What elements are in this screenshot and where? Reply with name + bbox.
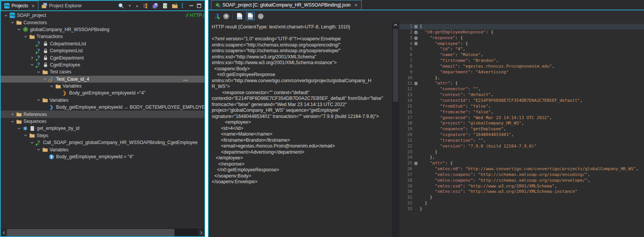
- chevron-down-icon[interactable]: [29, 63, 35, 66]
- xml-result-line: <department>Advertising</department>: [212, 149, 391, 156]
- scrollbar-thumb[interactable]: [7, 229, 174, 236]
- tree-item-cgetemployee[interactable]: ?CgetEmployee: [1, 61, 204, 68]
- import-project-icon[interactable]: [172, 3, 178, 8]
- line-number: 32: [399, 201, 412, 206]
- scroll-right-icon[interactable]: [198, 229, 204, 236]
- fold-marker-icon[interactable]: [412, 162, 420, 165]
- tree-item-test-case-id-4[interactable]: ?Test_Case_id_4...: [1, 76, 204, 83]
- project-comment: // HTTP (: [186, 13, 204, 18]
- tree-item-transactions[interactable]: Transactions: [1, 33, 204, 40]
- tab-projects[interactable]: Projects ✕: [1, 1, 38, 10]
- chevron-down-icon[interactable]: [42, 77, 48, 81]
- minimize-icon[interactable]: [189, 3, 194, 8]
- close-icon[interactable]: ✕: [355, 3, 358, 7]
- tree-item-cgetdepartment[interactable]: ?CgetDepartment: [1, 54, 204, 61]
- tree-item-body-getemployee-employeeid-4[interactable]: ❯Body_getEmployee_employeeId = "4": [1, 153, 204, 160]
- xml-result-line: [212, 30, 391, 36]
- tree-item-cemployeeslist[interactable]: ?CemployeesList: [1, 47, 204, 54]
- tree-item-soap-project[interactable]: SOAP_project// HTTP (: [1, 12, 204, 19]
- json-view-icon[interactable]: JSON: [246, 12, 254, 20]
- tree-item-cdepartmentslist[interactable]: ?CdepartmentsList: [1, 40, 204, 47]
- editor-tab[interactable]: ✱ SOAP_project [C: globalCompany_HR_WSSO…: [211, 0, 362, 10]
- close-icon[interactable]: ✕: [32, 4, 35, 8]
- tree-item-label: Steps: [37, 133, 48, 138]
- chevron-down-icon[interactable]: [16, 127, 22, 130]
- xml-result-line: <n0:getEmployeeResponse: [212, 72, 391, 78]
- chevron-right-icon[interactable]: [29, 56, 35, 60]
- xml-result-line: </soapenv:Envelope>: [212, 179, 391, 185]
- collapse-up-icon[interactable]: ▲: [135, 4, 139, 8]
- tree-item-variables[interactable]: Variables: [1, 146, 204, 153]
- refresh-icon[interactable]: [162, 3, 168, 9]
- json-line: 26 "xmlns:n0": "http://www.convertigo.co…: [399, 166, 644, 172]
- execute-icon[interactable]: 3: [213, 13, 220, 20]
- tree-item-globalcompany-hr-wssoapbinding[interactable]: globalCompany_HR_WSSOAPBinding: [1, 26, 204, 33]
- tree-item-label: CgetDepartment: [50, 55, 84, 61]
- chevron-down-icon[interactable]: [16, 28, 22, 31]
- scrollbar-track: [174, 229, 198, 236]
- xml-result-line: contextId="E214F9F6D98E7CF354DB7D0A2C7EB…: [212, 96, 391, 102]
- json-line: 28 "xmlns:soapenv": "http://schemas.xmls…: [399, 178, 644, 184]
- tab-project-explorer-label: Project Explorer: [49, 3, 82, 8]
- search-icon[interactable]: [118, 3, 124, 9]
- json-line: 11 "attr": {: [399, 81, 644, 86]
- scrollbar-thumb[interactable]: [393, 29, 398, 102]
- save-all-icon[interactable]: [152, 3, 158, 9]
- tree-item-references[interactable]: References: [1, 111, 204, 118]
- horizontal-scrollbar[interactable]: [1, 229, 204, 236]
- chevron-down-icon[interactable]: [3, 14, 9, 17]
- tree-item-body-getemployee-employeeid-4[interactable]: ❯Body_getEmployee_employeeId ="4": [1, 89, 204, 96]
- fold-marker-icon[interactable]: [412, 82, 420, 85]
- tree-item-label: References: [23, 112, 47, 117]
- line-number: 2: [399, 30, 412, 35]
- chevron-down-icon[interactable]: [23, 134, 28, 137]
- tree-item-steps[interactable]: Steps: [1, 132, 204, 139]
- tree-item-call-soap-project-globalcompany-hr-wssoapbinding-cgetemployee[interactable]: ?Call_SOAP_project_globalCompany_HR_WSSO…: [1, 139, 204, 146]
- chevron-down-icon[interactable]: [10, 120, 15, 123]
- save-response-icon[interactable]: ↓: [258, 13, 264, 19]
- tree-item-connectors[interactable]: Connectors: [1, 19, 204, 26]
- fold-marker-icon[interactable]: [412, 42, 420, 45]
- xml-view-icon[interactable]: xml: [236, 13, 243, 20]
- folder-icon: [15, 20, 22, 26]
- chevron-down-icon[interactable]: [10, 21, 15, 24]
- tree-item-test-cases[interactable]: Test cases: [1, 68, 204, 75]
- tree-item-body-getemployee-employeeid-body-getemployee-employeeid[interactable]: ❯Body_getEmployee_employeeId → BODY_GETE…: [1, 104, 204, 111]
- json-line: 12 "connector": "",: [399, 86, 644, 92]
- tree-item-variables[interactable]: Variables: [1, 97, 204, 104]
- xml-result-line: <id>4</id>: [212, 126, 391, 132]
- json-code: "department": "Advertising": [420, 70, 509, 75]
- scroll-up-icon[interactable]: [392, 22, 399, 28]
- view-menu-icon[interactable]: [182, 3, 183, 8]
- maximize-icon[interactable]: [197, 3, 201, 8]
- chevron-down-icon[interactable]: [23, 35, 28, 38]
- stop-icon[interactable]: ✕: [223, 13, 229, 19]
- tree-item-get-employee-by-id[interactable]: ✱get_employee_by_id: [1, 125, 204, 132]
- chevron-down-icon[interactable]: [49, 85, 55, 88]
- line-number: 11: [399, 81, 412, 86]
- tree-item-variables[interactable]: Variables: [1, 83, 204, 89]
- tab-project-explorer[interactable]: Project Explorer: [38, 1, 85, 10]
- json-code: "xmlns:soapenc": "http://schemas.xmlsoap…: [420, 172, 590, 178]
- tree-item-label: SOAP_project: [17, 13, 46, 18]
- chevron-down-icon[interactable]: [36, 70, 41, 74]
- vertical-scrollbar[interactable]: [392, 22, 399, 237]
- line-number: 9: [399, 70, 412, 75]
- fold-marker-icon[interactable]: [412, 25, 420, 28]
- chevron-down-icon[interactable]: [36, 98, 41, 102]
- collapse-down-icon[interactable]: ▼: [128, 4, 131, 8]
- fold-marker-icon[interactable]: [412, 31, 420, 34]
- json-code: "xmlns:xsd": "http://www.w3.org/2001/XML…: [420, 184, 557, 189]
- line-number: 1: [399, 24, 412, 30]
- chevron-down-icon[interactable]: [29, 141, 35, 144]
- link-editor-icon[interactable]: [143, 3, 148, 8]
- editor-tab-label: SOAP_project [C: globalCompany_HR_WSSOAP…: [222, 2, 351, 8]
- scroll-left-icon[interactable]: [1, 229, 7, 236]
- fold-marker-icon[interactable]: [412, 36, 420, 40]
- panel-divider[interactable]: [205, 0, 208, 237]
- tree-item-sequences[interactable]: Sequences: [1, 118, 204, 125]
- line-number: 30: [399, 189, 412, 195]
- json-code: "firstname": "Brandon",: [420, 58, 498, 64]
- chevron-right-icon[interactable]: [10, 113, 15, 116]
- chevron-down-icon[interactable]: [36, 148, 41, 151]
